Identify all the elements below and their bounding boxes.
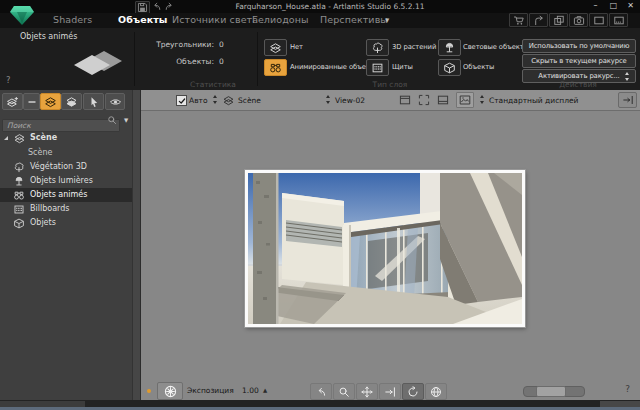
- exposure-value[interactable]: 1.00: [242, 386, 259, 395]
- tree-item-objects[interactable]: Objets: [0, 216, 132, 230]
- go-to-tool-button[interactable]: [379, 383, 401, 400]
- tab-shaders[interactable]: Shaders: [53, 14, 92, 25]
- display-updown-icon[interactable]: [479, 95, 486, 104]
- view-selector[interactable]: View-02: [335, 96, 365, 105]
- tab-heliodons[interactable]: Гелиодоны: [252, 14, 309, 25]
- record-dot: [147, 389, 151, 393]
- go-to-icon: [384, 386, 396, 398]
- billboard-icon: [13, 204, 25, 215]
- inspector-title: Objets animés: [20, 32, 77, 41]
- perspectives-dropdown-icon[interactable]: ▼: [385, 17, 389, 23]
- tree-item-billboards[interactable]: Billboards: [0, 202, 132, 216]
- undo-button[interactable]: [150, 1, 163, 12]
- duplicate-icon: [553, 15, 565, 26]
- window-bottom-strip: [0, 400, 640, 407]
- frame-icon: [593, 15, 605, 26]
- tree-item-label: Billboards: [30, 204, 69, 213]
- undo-icon: [151, 1, 162, 12]
- media-button[interactable]: [609, 13, 628, 27]
- redo-button[interactable]: [163, 1, 176, 12]
- duplicate-button[interactable]: [549, 13, 568, 27]
- tab-objects[interactable]: Объекты: [118, 14, 168, 25]
- tree-item-animated-objects[interactable]: Objets animés: [0, 188, 132, 202]
- auto-checkbox[interactable]: [176, 95, 187, 106]
- tree-root-scene[interactable]: Scène: [0, 131, 132, 145]
- pan-icon: [361, 386, 373, 398]
- search-field[interactable]: [2, 113, 120, 126]
- solo-layer-icon: [65, 96, 78, 108]
- bar-view-button[interactable]: [435, 93, 451, 106]
- scene-updown-icon[interactable]: [212, 95, 219, 104]
- scene-selector[interactable]: Scène: [238, 96, 261, 105]
- layer-type-plants-button[interactable]: [366, 39, 389, 56]
- tree-item-label: Objets animés: [30, 190, 87, 199]
- split-view-icon: [399, 94, 411, 106]
- tree-item-vegetation[interactable]: Végétation 3D: [0, 160, 132, 174]
- visibility-button[interactable]: [105, 93, 125, 110]
- search-filter-dropdown-icon[interactable]: ▼: [124, 117, 128, 123]
- globe-icon: [430, 386, 442, 398]
- zoom-slider[interactable]: [523, 386, 585, 397]
- exposure-up-icon[interactable]: ▲: [263, 387, 267, 393]
- select-tool-button[interactable]: [83, 93, 104, 110]
- layer-type-none-button[interactable]: [264, 39, 287, 56]
- close-button[interactable]: ✕: [623, 0, 638, 12]
- camera-button[interactable]: [569, 13, 588, 27]
- split-view-button[interactable]: [397, 93, 413, 106]
- exposure-settings-button[interactable]: [157, 382, 183, 400]
- search-icon: [107, 115, 117, 125]
- rotate-icon: [407, 386, 419, 398]
- hide-in-view-button[interactable]: Скрыть в текущем ракурсе: [522, 54, 636, 68]
- layer-type-animated-button[interactable]: [264, 59, 287, 76]
- zoom-tool-button[interactable]: [333, 383, 355, 400]
- panel-divider: [257, 32, 258, 86]
- inspector-panel: Objets animés ? Треугольники: 0 Объекты:…: [0, 28, 640, 91]
- image-view-button[interactable]: [456, 92, 474, 108]
- tree-item-light-objects[interactable]: Objets lumières: [0, 174, 132, 188]
- render-preview[interactable]: [245, 170, 525, 327]
- window-title: Farquharson_House.atla - Artlantis Studi…: [200, 2, 460, 11]
- display-mode-selector[interactable]: Стандартный дисплей: [489, 96, 578, 105]
- pan-tool-button[interactable]: [356, 383, 378, 400]
- layer-type-billboards-button[interactable]: [366, 59, 389, 76]
- fit-view-button[interactable]: [416, 93, 432, 106]
- viewport-help-link[interactable]: ?: [625, 384, 630, 394]
- cursor-icon: [88, 96, 100, 108]
- layer-type-objects-button[interactable]: [438, 59, 461, 76]
- zoom-slider-handle[interactable]: [536, 386, 566, 397]
- aperture-icon: [164, 385, 177, 398]
- expand-triangle-icon[interactable]: [4, 136, 8, 140]
- tree-item-label: Objets: [30, 218, 56, 227]
- turn-arrow-button[interactable]: [529, 13, 548, 27]
- layer-type-section-label: Тип слоя: [340, 80, 440, 89]
- tree-item-scene[interactable]: Scène: [0, 146, 132, 160]
- tree-item-label: Objets lumières: [30, 176, 93, 185]
- light-object-icon: [443, 42, 456, 54]
- plant-icon: [13, 162, 25, 173]
- undo-view-button[interactable]: [310, 383, 332, 400]
- tab-perspectives[interactable]: Перспективы: [320, 14, 388, 25]
- solo-layer-button[interactable]: [61, 93, 82, 110]
- view-updown-icon[interactable]: [325, 95, 332, 104]
- use-default-button[interactable]: Использовать по умолчанию: [522, 39, 636, 53]
- sidebar-scrollbar[interactable]: [132, 90, 140, 400]
- layer-type-billboards-label: Щиты: [392, 63, 413, 71]
- minimize-button[interactable]: –: [588, 0, 603, 12]
- collapse-panel-button[interactable]: [618, 92, 637, 108]
- frame-button[interactable]: [589, 13, 608, 27]
- light-object-icon: [13, 176, 25, 187]
- hide-in-view-label: Скрыть в текущем ракурсе: [531, 57, 626, 65]
- plant-icon: [371, 42, 384, 54]
- tab-lights[interactable]: Источники света: [172, 14, 258, 25]
- maximize-button[interactable]: □: [606, 0, 621, 12]
- actions-section-label: Действия: [530, 80, 626, 89]
- add-layer-button[interactable]: [2, 93, 23, 110]
- layers-mode-button[interactable]: [40, 93, 61, 110]
- fit-view-icon: [418, 94, 430, 106]
- layer-type-lights-button[interactable]: [438, 39, 461, 56]
- help-link[interactable]: ?: [6, 75, 11, 85]
- globe-tool-button[interactable]: [425, 383, 447, 400]
- cart-button[interactable]: [509, 13, 528, 27]
- rotate-tool-button[interactable]: [402, 383, 424, 400]
- remove-layer-button[interactable]: [23, 93, 40, 110]
